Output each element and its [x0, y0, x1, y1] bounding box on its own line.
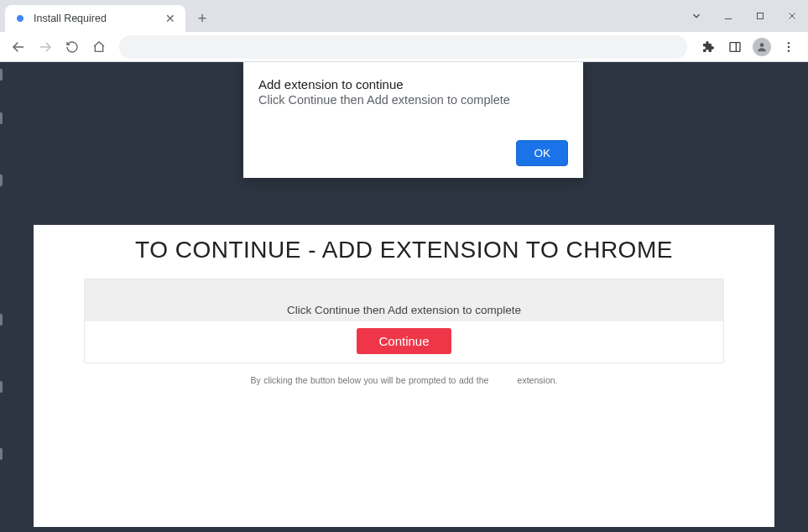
- page-heading: TO CONTINUE - ADD EXTENSION TO CHROME: [34, 237, 774, 263]
- side-panel-icon[interactable]: [722, 34, 748, 60]
- tab-close-icon[interactable]: ✕: [164, 12, 177, 25]
- maximize-button[interactable]: [744, 3, 776, 29]
- content-banner: Click Continue then Add extension to com…: [85, 279, 723, 321]
- address-bar[interactable]: [119, 35, 687, 59]
- extensions-icon[interactable]: [696, 34, 721, 60]
- svg-point-9: [788, 42, 790, 44]
- disclaimer-prefix: By clicking the button below you will be…: [251, 375, 489, 385]
- reload-button[interactable]: [60, 35, 84, 59]
- new-tab-button[interactable]: +: [190, 7, 214, 30]
- tab-title: Install Required: [34, 13, 107, 24]
- page-card: TO CONTINUE - ADD EXTENSION TO CHROME Cl…: [34, 225, 774, 527]
- back-button[interactable]: [7, 35, 30, 59]
- continue-button[interactable]: Continue: [357, 328, 451, 354]
- tab-favicon-icon: [13, 12, 27, 25]
- disclaimer-suffix: extension.: [518, 375, 558, 385]
- profile-button[interactable]: [749, 34, 774, 60]
- alert-body: Click Continue then Add extension to com…: [258, 93, 568, 107]
- alert-title: Add extension to continue: [258, 77, 568, 91]
- content-box: Click Continue then Add extension to com…: [84, 279, 724, 363]
- alert-ok-button[interactable]: OK: [516, 140, 568, 166]
- svg-point-8: [760, 43, 764, 47]
- window-titlebar: Install Required ✕ +: [0, 0, 808, 32]
- svg-point-10: [788, 45, 790, 47]
- home-button[interactable]: [87, 35, 111, 59]
- svg-rect-6: [730, 42, 740, 51]
- minimize-button[interactable]: [712, 3, 744, 29]
- disclaimer-text: By clicking the button below you will be…: [34, 375, 774, 385]
- browser-toolbar: [0, 32, 808, 62]
- chevron-down-icon[interactable]: [680, 3, 712, 29]
- forward-button[interactable]: [34, 35, 57, 59]
- close-button[interactable]: [776, 3, 808, 29]
- browser-tab[interactable]: Install Required ✕: [5, 5, 185, 32]
- alert-dialog: Add extension to continue Click Continue…: [243, 62, 583, 178]
- svg-rect-1: [758, 13, 764, 19]
- edge-decor: [0, 62, 3, 532]
- page-viewport: Add extension to continue Click Continue…: [0, 62, 808, 532]
- avatar-icon: [753, 38, 771, 56]
- window-controls: [680, 0, 808, 32]
- svg-point-11: [788, 50, 790, 51]
- menu-button[interactable]: [776, 34, 801, 60]
